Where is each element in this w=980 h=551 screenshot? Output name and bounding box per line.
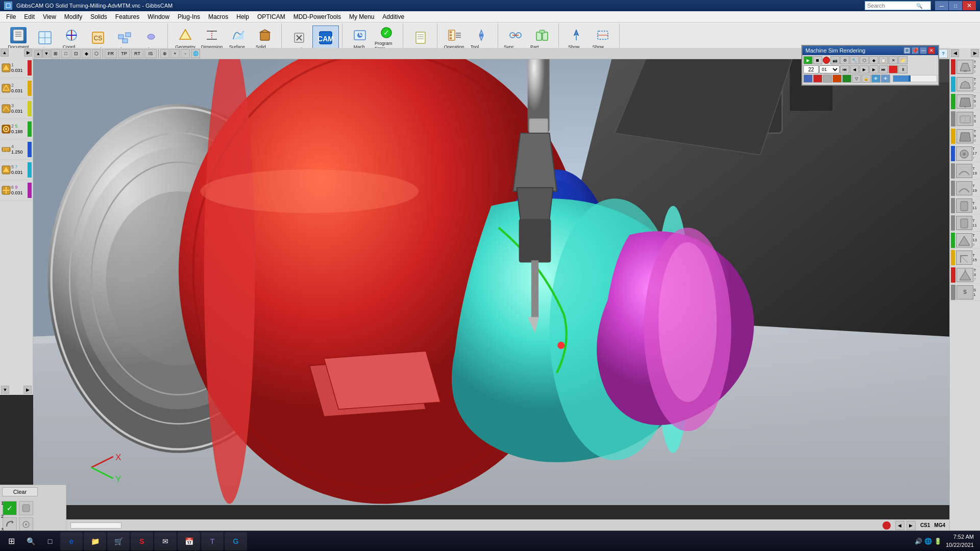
clear-button[interactable]: Clear bbox=[2, 487, 38, 496]
sim-stop-btn[interactable]: ⏹ bbox=[813, 56, 822, 64]
view-front[interactable]: FR bbox=[105, 49, 117, 58]
view-top[interactable]: TP bbox=[118, 49, 130, 58]
tool-item-t15[interactable]: T 15 bbox=[950, 249, 980, 266]
taskbar-edge-btn[interactable]: e bbox=[60, 532, 83, 550]
menu-opticam[interactable]: OPTICAM bbox=[253, 12, 289, 21]
menu-view[interactable]: View bbox=[39, 12, 60, 21]
view-right[interactable]: RT bbox=[131, 49, 143, 58]
layer-item-5[interactable]: 5 7 0.031 bbox=[0, 160, 33, 180]
layer-item-2[interactable]: 2 0.031 bbox=[0, 78, 33, 98]
close-button[interactable]: ✕ bbox=[963, 1, 976, 10]
menu-edit[interactable]: Edit bbox=[20, 12, 39, 21]
right-scroll-left[interactable]: ◀ bbox=[951, 49, 959, 57]
taskbar-store-btn[interactable]: 🛒 bbox=[107, 532, 130, 550]
taskbar-g-btn[interactable]: G bbox=[225, 532, 247, 550]
sim-eye2-btn[interactable]: 👁 bbox=[881, 74, 890, 83]
right-scroll-right[interactable]: ▶ bbox=[971, 49, 979, 57]
view-shade[interactable]: ◆ bbox=[82, 49, 91, 58]
search-box[interactable]: 🔍 bbox=[865, 1, 931, 10]
search-icon[interactable]: 🔍 bbox=[916, 3, 922, 9]
sim-folder-btn[interactable]: 📁 bbox=[898, 56, 908, 64]
tool-item-t11-b[interactable]: T 11 bbox=[950, 214, 980, 232]
left-scroll-dn[interactable]: ▼ bbox=[42, 49, 51, 58]
layer-item-3[interactable]: 3 0.031 bbox=[0, 98, 33, 119]
view-zoom-in[interactable]: + bbox=[170, 49, 180, 58]
sim-progress-handle[interactable] bbox=[909, 76, 911, 82]
menu-mymenu[interactable]: My Menu bbox=[345, 12, 378, 21]
sim-col2[interactable] bbox=[813, 74, 822, 83]
sim-pause-btn[interactable]: ⏸ bbox=[898, 65, 908, 73]
sim-camera-btn[interactable]: 📷 bbox=[830, 56, 840, 64]
view-wire[interactable]: ⊡ bbox=[71, 49, 81, 58]
tool-item-t7[interactable]: T 72 bbox=[950, 76, 980, 93]
minimize-button[interactable]: – bbox=[935, 1, 948, 10]
layer-right-arrow[interactable]: ▶ bbox=[24, 48, 32, 57]
taskbar-teams-btn[interactable]: T bbox=[201, 532, 224, 550]
3d-viewport[interactable]: X Y bbox=[33, 59, 949, 505]
taskbar-taskview-btn[interactable]: □ bbox=[41, 532, 59, 550]
action-btn-2[interactable] bbox=[19, 517, 33, 532]
left-scroll-up[interactable]: ▲ bbox=[34, 49, 42, 58]
menu-help[interactable]: Help bbox=[232, 12, 253, 21]
rotate-btn[interactable] bbox=[3, 517, 17, 532]
sim-wire-btn[interactable]: ⬡ bbox=[860, 56, 869, 64]
sim-cross-btn[interactable]: ✕ bbox=[889, 56, 898, 64]
view-zoom-fit[interactable]: ⊕ bbox=[160, 49, 169, 58]
checkmark-btn[interactable]: ✓ bbox=[3, 501, 17, 515]
help-btn[interactable]: ? bbox=[939, 49, 948, 58]
sim-col3[interactable] bbox=[823, 74, 832, 83]
view-zoom-out[interactable]: - bbox=[181, 49, 190, 58]
sim-col5[interactable] bbox=[842, 74, 851, 83]
layer-right-dn[interactable]: ▶ bbox=[23, 386, 32, 394]
start-button[interactable]: ⊞ bbox=[2, 532, 20, 550]
maximize-button[interactable]: □ bbox=[949, 1, 962, 10]
layer-scroll-down[interactable]: ▼ bbox=[1, 386, 9, 394]
sim-panel-close-btn[interactable]: ✕ bbox=[928, 47, 935, 54]
sim-prev-btn[interactable]: ◀ bbox=[850, 65, 859, 73]
menu-solids[interactable]: Solids bbox=[86, 12, 111, 21]
taskbar-search-btn[interactable]: 🔍 bbox=[21, 532, 40, 550]
tool-item-s1[interactable]: S S 1 bbox=[950, 284, 980, 301]
status-next-btn[interactable]: ▶ bbox=[906, 521, 916, 530]
view-mode-1[interactable]: ⊞ bbox=[51, 49, 60, 58]
view-iso[interactable]: IS bbox=[144, 49, 157, 58]
tool-item-t3-b[interactable]: T 37 bbox=[950, 266, 980, 284]
sim-play2-btn[interactable]: ▶ bbox=[860, 65, 869, 73]
taskbar-calendar-btn[interactable]: 📅 bbox=[178, 532, 200, 550]
sim-frame-input[interactable]: 22 bbox=[803, 65, 819, 73]
view-render[interactable]: 🌐 bbox=[191, 49, 200, 58]
view-persp[interactable]: ⬡ bbox=[92, 49, 101, 58]
menu-mdd[interactable]: MDD-PowerTools bbox=[289, 12, 345, 21]
layer-item-6[interactable]: 6 9 0.031 bbox=[0, 180, 33, 201]
sim-filter-btn[interactable]: ▽ bbox=[852, 74, 861, 83]
layer-item-1[interactable]: 1 0.031 bbox=[0, 58, 33, 78]
menu-file[interactable]: File bbox=[2, 12, 20, 21]
sim-tool-btn[interactable]: 🔧 bbox=[850, 56, 859, 64]
tool-item-t2[interactable]: T 21 bbox=[950, 58, 980, 76]
sim-shade-btn[interactable]: ◆ bbox=[869, 56, 878, 64]
sim-next-btn[interactable]: ▶ bbox=[869, 65, 878, 73]
menu-macros[interactable]: Macros bbox=[204, 12, 232, 21]
action-btn-1[interactable] bbox=[19, 501, 33, 515]
tool-item-t19-b[interactable]: T 19 bbox=[950, 180, 980, 197]
view-mode-2[interactable]: □ bbox=[61, 49, 70, 58]
sim-panel-icon-btn[interactable] bbox=[903, 47, 911, 54]
layer-item-4b[interactable]: 4 1.250 bbox=[0, 139, 33, 160]
sim-rec2-btn[interactable] bbox=[889, 65, 898, 73]
menu-additive[interactable]: Additive bbox=[378, 12, 408, 21]
machine-sim-rendering-panel[interactable]: Machine Sim Rendering 📌 — ✕ ▶ ⏹ 📷 ⚙ 🔧 ⬡ … bbox=[801, 45, 939, 86]
sim-progress-bar[interactable] bbox=[893, 75, 937, 82]
menu-features[interactable]: Features bbox=[111, 12, 143, 21]
tool-item-t19-a[interactable]: T 19 bbox=[950, 162, 980, 180]
menu-plugins[interactable]: Plug-Ins bbox=[174, 12, 204, 21]
sim-col1[interactable] bbox=[803, 74, 813, 83]
sim-eye-btn[interactable]: 👁 bbox=[871, 74, 880, 83]
taskbar-explorer-btn[interactable]: 📁 bbox=[84, 532, 106, 550]
taskbar-mail-btn[interactable]: ✉ bbox=[154, 532, 177, 550]
tool-item-t13[interactable]: T 139 bbox=[950, 232, 980, 249]
layer-item-4[interactable]: 2 5 0.188 bbox=[0, 119, 33, 139]
sim-lock-btn[interactable]: 🔒 bbox=[862, 74, 871, 83]
sim-col4[interactable] bbox=[832, 74, 842, 83]
menu-modify[interactable]: Modify bbox=[60, 12, 86, 21]
search-input[interactable] bbox=[865, 3, 916, 9]
